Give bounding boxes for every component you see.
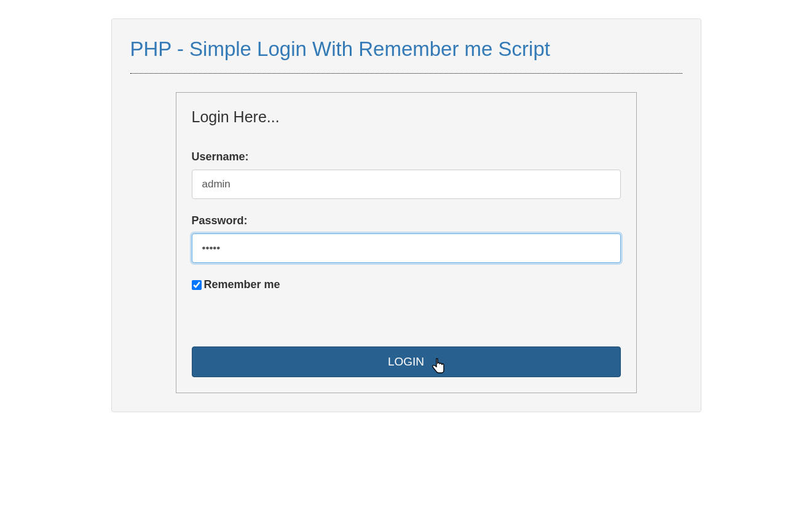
login-button[interactable]: LOGIN (192, 346, 621, 377)
password-group: Password: (192, 214, 621, 263)
login-button-label: LOGIN (388, 355, 424, 368)
page-title: PHP - Simple Login With Remember me Scri… (130, 37, 682, 61)
password-label: Password: (192, 214, 621, 227)
login-card: Login Here... Username: Password: Rememb… (176, 92, 637, 393)
login-heading: Login Here... (192, 108, 621, 126)
remember-checkbox[interactable] (192, 280, 202, 290)
username-group: Username: (192, 151, 621, 199)
password-input[interactable] (192, 233, 621, 263)
pointer-cursor-icon (432, 358, 445, 377)
username-label: Username: (192, 151, 621, 163)
divider (130, 73, 682, 74)
outer-panel: PHP - Simple Login With Remember me Scri… (111, 18, 701, 412)
username-input[interactable] (192, 170, 621, 199)
remember-row: Remember me (192, 278, 621, 291)
remember-label: Remember me (204, 278, 280, 291)
